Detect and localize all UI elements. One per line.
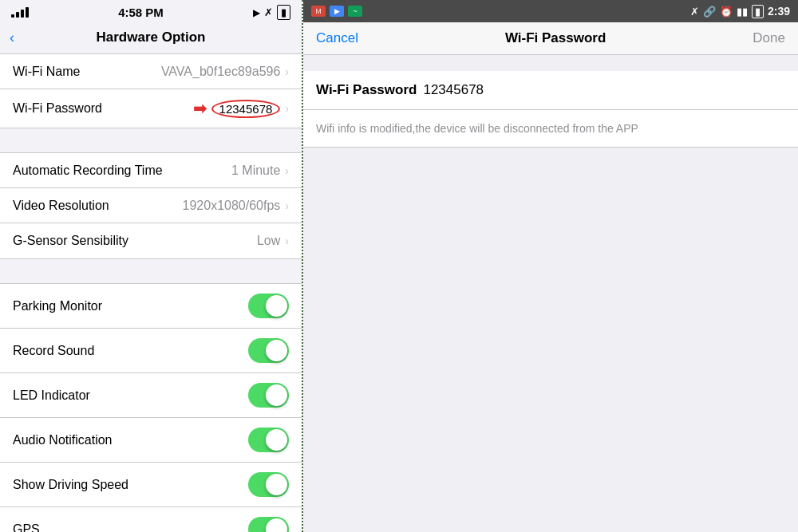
toggle-knob-sound — [266, 340, 287, 361]
signal-bar-4 — [26, 7, 29, 18]
chevron-icon-wifi-pw: › — [285, 102, 289, 115]
alarm-icon: ⏰ — [720, 6, 733, 18]
wifi-info-box: Wifi info is modified,the device will be… — [303, 110, 798, 148]
auto-recording-label: Automatic Recording Time — [13, 164, 163, 178]
android-status-bar: M ▶ ~ ✗ 🔗 ⏰ ▮▮ ▮ 2:39 — [303, 0, 798, 22]
wifi-password-display-value: 12345678 — [423, 82, 484, 98]
video-resolution-row[interactable]: Video Resolution 1920x1080/60fps › — [0, 188, 302, 223]
record-sound-toggle[interactable] — [248, 338, 289, 363]
g-sensor-value: Low › — [257, 234, 289, 248]
signal-bar-2 — [16, 12, 19, 18]
gps-label: GPS — [13, 522, 40, 533]
audio-notification-row: Audio Notification — [0, 418, 302, 463]
gps-row: GPS — [0, 507, 302, 532]
signal-strength — [11, 7, 29, 18]
chevron-icon-resolution: › — [285, 199, 289, 212]
wifi-password-display: Wi-Fi Password 12345678 — [316, 82, 785, 98]
toggle-knob-speed — [266, 474, 287, 495]
battery-icon: ▮ — [277, 5, 290, 20]
wifi-name-row[interactable]: Wi-Fi Name VAVA_b0f1ec89a596 › — [0, 54, 302, 89]
cancel-button[interactable]: Cancel — [316, 30, 358, 46]
photo-icon: ▶ — [330, 6, 344, 17]
gps-toggle[interactable] — [248, 517, 289, 532]
wifi-password-display-row: Wi-Fi Password 12345678 — [303, 71, 798, 110]
toggle-knob-led — [266, 384, 287, 406]
separator-2 — [0, 259, 302, 283]
parking-monitor-row: Parking Monitor — [0, 284, 302, 329]
chevron-icon-recording: › — [285, 164, 289, 177]
parking-monitor-toggle[interactable] — [248, 294, 289, 318]
toggle-knob-gps — [266, 518, 287, 532]
battery-icon-android: ▮ — [752, 5, 764, 18]
bluetooth-icon: ✗ — [264, 6, 273, 18]
back-button[interactable]: ‹ — [10, 30, 14, 46]
show-driving-speed-label: Show Driving Speed — [13, 478, 128, 492]
wifi-info-text: Wifi info is modified,the device will be… — [316, 122, 638, 135]
wifi-name-label: Wi-Fi Name — [13, 65, 80, 79]
video-resolution-value: 1920x1080/60fps › — [183, 199, 289, 213]
chevron-icon-wifi-name: › — [285, 65, 289, 78]
parking-monitor-label: Parking Monitor — [13, 299, 102, 313]
signal-bar-3 — [21, 10, 24, 18]
toggle-section: Parking Monitor Record Sound LED Indicat… — [0, 283, 302, 532]
separator-1 — [0, 128, 302, 152]
wifi-password-display-label: Wi-Fi Password — [316, 82, 417, 98]
ringer-icon: 🔗 — [703, 6, 716, 18]
g-sensor-row[interactable]: G-Sensor Sensibility Low › — [0, 223, 302, 258]
wifi-nav-bar: Cancel Wi-Fi Password Done — [303, 22, 798, 55]
wifi-nav-title: Wi-Fi Password — [505, 30, 606, 46]
wifi-password-value-area: ➡ 12345678 › — [193, 99, 289, 118]
auto-recording-row[interactable]: Automatic Recording Time 1 Minute › — [0, 153, 302, 188]
android-time: 2:39 — [768, 5, 790, 18]
led-indicator-toggle[interactable] — [248, 383, 289, 408]
page-title-left: Hardware Option — [97, 30, 206, 45]
red-arrow-icon: ➡ — [193, 99, 207, 118]
wifi-name-value: VAVA_b0f1ec89a596 › — [161, 65, 289, 79]
audio-notification-toggle[interactable] — [248, 428, 289, 452]
show-driving-speed-row: Show Driving Speed — [0, 463, 302, 507]
done-button[interactable]: Done — [753, 30, 785, 46]
bluetooth-icon-android: ✗ — [690, 6, 699, 18]
wifi-content: Wi-Fi Password 12345678 Wifi info is mod… — [303, 55, 798, 532]
led-indicator-label: LED Indicator — [13, 388, 90, 403]
wifi-password-row[interactable]: Wi-Fi Password ➡ 12345678 › — [0, 89, 302, 128]
signal-bar-1 — [11, 14, 14, 18]
location-icon: ▶ — [253, 7, 260, 18]
right-panel: M ▶ ~ ✗ 🔗 ⏰ ▮▮ ▮ 2:39 Cancel Wi-Fi Passw… — [303, 0, 798, 532]
chevron-icon-gsensor: › — [285, 234, 289, 247]
signal-icon-android: ▮▮ — [737, 6, 748, 18]
chart-icon: ~ — [348, 6, 362, 17]
audio-notification-label: Audio Notification — [13, 433, 113, 447]
g-sensor-label: G-Sensor Sensibility — [13, 234, 128, 248]
recording-section: Automatic Recording Time 1 Minute › Vide… — [0, 152, 302, 259]
show-driving-speed-toggle[interactable] — [248, 472, 289, 497]
record-sound-label: Record Sound — [13, 344, 94, 358]
led-indicator-row: LED Indicator — [0, 373, 302, 418]
nav-bar-left: ‹ Hardware Option — [0, 23, 302, 53]
status-icons-left: ▶ ✗ ▮ — [253, 5, 290, 20]
wifi-password-label: Wi-Fi Password — [13, 101, 102, 116]
left-panel: 4:58 PM ▶ ✗ ▮ ‹ Hardware Option Wi-Fi Na… — [0, 0, 303, 532]
auto-recording-value: 1 Minute › — [231, 164, 289, 178]
toggle-knob — [266, 295, 287, 317]
wifi-password-oval: 12345678 — [211, 100, 281, 118]
android-notification-icons: M ▶ ~ — [311, 6, 362, 17]
android-status-right: ✗ 🔗 ⏰ ▮▮ ▮ 2:39 — [690, 5, 790, 18]
status-time-left: 4:58 PM — [118, 6, 164, 19]
wifi-section: Wi-Fi Name VAVA_b0f1ec89a596 › Wi-Fi Pas… — [0, 53, 302, 128]
settings-list: Wi-Fi Name VAVA_b0f1ec89a596 › Wi-Fi Pas… — [0, 53, 302, 532]
video-resolution-label: Video Resolution — [13, 199, 109, 213]
status-bar-left: 4:58 PM ▶ ✗ ▮ — [0, 0, 302, 23]
record-sound-row: Record Sound — [0, 329, 302, 373]
gmail-icon: M — [311, 6, 326, 17]
toggle-knob-audio — [266, 429, 287, 451]
